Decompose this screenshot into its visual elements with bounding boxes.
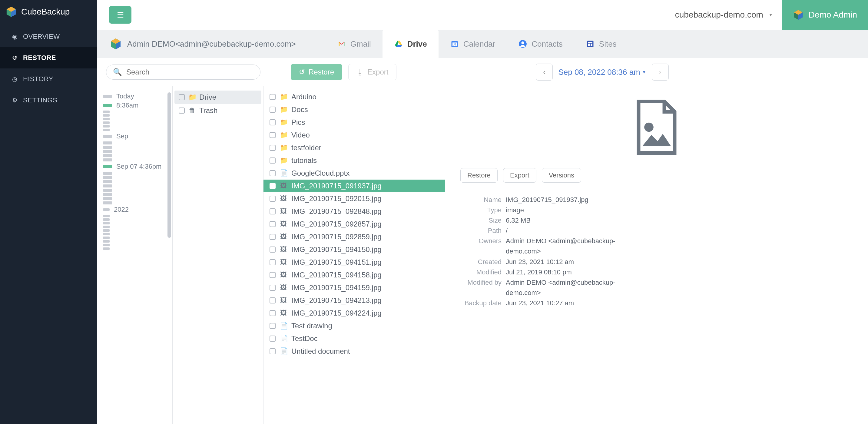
checkbox[interactable] xyxy=(270,132,276,138)
search-box[interactable]: 🔍 xyxy=(106,64,260,80)
brand[interactable]: CubeBackup xyxy=(0,0,97,26)
date-picker[interactable]: Sep 08, 2022 08:36 am ▼ xyxy=(558,67,646,77)
checkbox[interactable] xyxy=(179,108,185,114)
file-item[interactable]: 📄Test drawing xyxy=(264,320,445,332)
image-icon: 🖼 xyxy=(280,182,287,190)
drive-icon xyxy=(394,39,403,49)
file-name: testfolder xyxy=(291,144,321,152)
detail-restore-button[interactable]: Restore xyxy=(460,168,498,183)
detail-label-size: Size xyxy=(460,215,506,225)
checkbox[interactable] xyxy=(270,195,276,202)
file-item[interactable]: 🖼IMG_20190715_092015.jpg xyxy=(264,192,445,205)
file-icon: 📄 xyxy=(280,335,287,342)
file-name: Untitled document xyxy=(291,347,350,356)
sidebar-item-settings[interactable]: ⚙ SETTINGS xyxy=(0,90,97,111)
file-item[interactable]: 📄Untitled document xyxy=(264,345,445,358)
timeline-sep07[interactable]: Sep 07 4:36pm xyxy=(116,163,161,171)
checkbox[interactable] xyxy=(270,119,276,125)
restore-button[interactable]: ↺ Restore xyxy=(291,64,342,80)
detail-label-modified: Modified xyxy=(460,267,506,277)
checkbox[interactable] xyxy=(270,285,276,291)
cubebackup-logo-icon xyxy=(5,6,17,18)
file-item[interactable]: 📄TestDoc xyxy=(264,332,445,345)
checkbox[interactable] xyxy=(270,310,276,316)
file-name: TestDoc xyxy=(291,334,318,343)
file-item[interactable]: 📁testfolder xyxy=(264,142,445,154)
dashboard-icon: ◉ xyxy=(11,33,18,40)
file-item[interactable]: 🖼IMG_20190715_094224.jpg xyxy=(264,307,445,320)
sidebar-item-restore[interactable]: ↺ RESTORE xyxy=(0,47,97,68)
file-item[interactable]: 🖼IMG_20190715_092859.jpg xyxy=(264,231,445,243)
checkbox[interactable] xyxy=(270,234,276,240)
image-icon: 🖼 xyxy=(280,309,287,317)
tab-contacts[interactable]: Contacts xyxy=(507,30,574,58)
checkbox[interactable] xyxy=(270,246,276,252)
tab-calendar[interactable]: 31 Calendar xyxy=(438,30,507,58)
checkbox[interactable] xyxy=(270,297,276,303)
checkbox[interactable] xyxy=(270,336,276,342)
checkbox[interactable] xyxy=(270,145,276,151)
file-item[interactable]: 🖼IMG_20190715_094159.jpg xyxy=(264,281,445,294)
file-name: IMG_20190715_094150.jpg xyxy=(291,245,382,254)
domain-dropdown[interactable]: cubebackup-demo.com ▼ xyxy=(666,10,782,20)
checkbox[interactable] xyxy=(270,94,276,100)
file-item[interactable]: 🖼IMG_20190715_091937.jpg xyxy=(264,180,445,192)
file-item[interactable]: 📁Arduino xyxy=(264,91,445,103)
svg-marker-11 xyxy=(396,45,402,47)
sidebar-item-overview[interactable]: ◉ OVERVIEW xyxy=(0,26,97,47)
tab-gmail[interactable]: Gmail xyxy=(326,30,382,58)
timeline-sep-label: Sep xyxy=(116,132,128,140)
checkbox[interactable] xyxy=(270,107,276,113)
file-item[interactable]: 📁tutorials xyxy=(264,154,445,167)
checkbox[interactable] xyxy=(270,157,276,163)
gear-icon: ⚙ xyxy=(11,97,18,104)
file-item[interactable]: 🖼IMG_20190715_094150.jpg xyxy=(264,243,445,256)
file-name: IMG_20190715_092859.jpg xyxy=(291,233,382,241)
file-item[interactable]: 🖼IMG_20190715_094151.jpg xyxy=(264,256,445,269)
detail-label-created: Created xyxy=(460,257,506,267)
menu-toggle-button[interactable]: ☰ xyxy=(109,6,131,24)
file-item[interactable]: 📁Docs xyxy=(264,103,445,116)
checkbox[interactable] xyxy=(270,221,276,227)
file-item[interactable]: 📄GoogleCloud.pptx xyxy=(264,167,445,180)
timeline-time[interactable]: 8:36am xyxy=(116,101,138,109)
checkbox[interactable] xyxy=(270,348,276,354)
date-next-button[interactable]: › xyxy=(652,64,669,81)
checkbox[interactable] xyxy=(179,94,185,100)
checkbox[interactable] xyxy=(270,323,276,329)
file-item[interactable]: 🖼IMG_20190715_094213.jpg xyxy=(264,294,445,307)
brand-text: CubeBackup xyxy=(21,7,70,17)
file-item[interactable]: 🖼IMG_20190715_094158.jpg xyxy=(264,269,445,281)
folder-icon: 📁 xyxy=(280,157,287,164)
tab-sites[interactable]: Sites xyxy=(574,30,628,58)
timeline-scrollbar[interactable] xyxy=(167,92,171,238)
image-icon: 🖼 xyxy=(280,195,287,203)
user-label: Demo Admin xyxy=(809,10,857,20)
sidebar-item-history[interactable]: ◷ HISTORY xyxy=(0,68,97,90)
file-name: Arduino xyxy=(291,93,316,101)
detail-export-button[interactable]: Export xyxy=(503,168,536,183)
file-name: Video xyxy=(291,131,310,139)
tab-drive[interactable]: Drive xyxy=(382,30,438,58)
chevron-left-icon: ‹ xyxy=(543,68,546,76)
date-prev-button[interactable]: ‹ xyxy=(536,64,553,81)
checkbox[interactable] xyxy=(270,183,276,189)
tree-item-trash[interactable]: 🗑 Trash xyxy=(175,104,261,117)
tree-item-drive[interactable]: 📁 Drive xyxy=(175,91,261,104)
detail-versions-button[interactable]: Versions xyxy=(542,168,581,183)
checkbox[interactable] xyxy=(270,259,276,265)
file-item[interactable]: 🖼IMG_20190715_092857.jpg xyxy=(264,218,445,231)
folder-tree-pane: 📁 Drive 🗑 Trash xyxy=(173,86,264,424)
file-item[interactable]: 📁Video xyxy=(264,129,445,142)
checkbox[interactable] xyxy=(270,170,276,176)
image-icon: 🖼 xyxy=(280,208,287,215)
checkbox[interactable] xyxy=(270,272,276,278)
export-button[interactable]: ⭳ Export xyxy=(348,64,397,80)
search-input[interactable] xyxy=(126,68,253,76)
file-item[interactable]: 📁Pics xyxy=(264,116,445,129)
image-file-icon xyxy=(631,98,682,156)
file-item[interactable]: 🖼IMG_20190715_092848.jpg xyxy=(264,205,445,218)
detail-label-path: Path xyxy=(460,225,506,236)
user-menu[interactable]: Demo Admin xyxy=(782,0,868,30)
checkbox[interactable] xyxy=(270,208,276,214)
